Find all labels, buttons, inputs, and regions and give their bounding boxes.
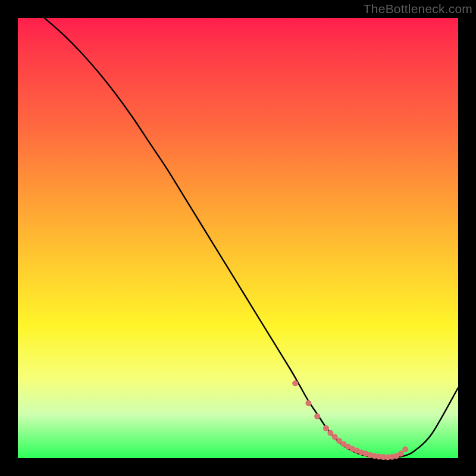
valley-dots-group — [292, 380, 408, 460]
chart-frame: TheBottleneck.com — [0, 0, 476, 476]
plot-area — [18, 18, 458, 458]
valley-dot — [398, 451, 404, 457]
valley-dot — [314, 414, 320, 419]
curve-svg — [18, 18, 458, 458]
valley-dot — [305, 400, 311, 406]
valley-dot — [323, 425, 329, 431]
valley-dot — [402, 446, 408, 452]
watermark-label: TheBottleneck.com — [364, 2, 472, 16]
valley-dot — [327, 430, 333, 436]
valley-dot — [292, 380, 298, 386]
bottleneck-curve — [44, 18, 458, 458]
